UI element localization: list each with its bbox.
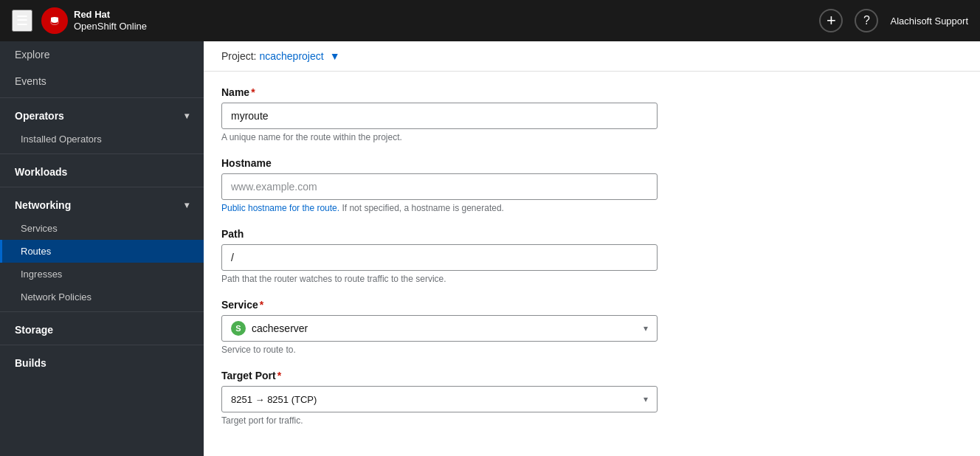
sidebar: Explore Events Operators ▾ Installed Ope… xyxy=(0,41,204,456)
service-value: cacheserver xyxy=(252,322,308,334)
name-hint: A unique name for the route within the p… xyxy=(221,132,962,142)
service-label: Service* xyxy=(221,299,962,311)
target-port-hint: Target port for traffic. xyxy=(221,415,962,426)
sidebar-item-routes[interactable]: Routes xyxy=(0,240,204,263)
target-port-value: 8251 → 8251 (TCP) xyxy=(231,394,317,405)
hamburger-menu-button[interactable]: ☰ xyxy=(12,10,32,32)
sidebar-item-network-policies[interactable]: Network Policies xyxy=(0,286,204,308)
sidebar-section-storage[interactable]: Storage xyxy=(0,315,204,342)
name-label: Name* xyxy=(221,86,962,98)
name-input[interactable] xyxy=(221,103,658,129)
service-dropdown-left: S cacheserver xyxy=(231,321,308,336)
form-area: Name* A unique name for the route within… xyxy=(204,72,980,455)
path-hint: Path that the router watches to route tr… xyxy=(221,274,962,284)
project-dropdown-button[interactable]: ▼ xyxy=(327,50,343,62)
sidebar-item-explore[interactable]: Explore xyxy=(0,41,204,68)
path-input[interactable] xyxy=(221,244,658,271)
brand-top: Red Hat xyxy=(74,9,147,21)
hostname-input[interactable] xyxy=(221,173,658,200)
sidebar-item-ingresses[interactable]: Ingresses xyxy=(0,263,204,286)
name-field-group: Name* A unique name for the route within… xyxy=(221,86,962,142)
sidebar-section-networking[interactable]: Networking ▾ xyxy=(0,190,204,217)
service-dropdown[interactable]: S cacheserver ▾ xyxy=(221,315,658,342)
sidebar-divider-2 xyxy=(0,153,204,154)
redhat-icon xyxy=(41,7,68,34)
add-button[interactable]: + xyxy=(819,9,843,32)
operators-chevron-icon: ▾ xyxy=(184,111,189,121)
topnav: ☰ Red Hat OpenShift Online + ? Alachisof… xyxy=(0,0,980,41)
sidebar-item-installed-operators[interactable]: Installed Operators xyxy=(0,128,204,151)
project-bar: Project: ncacheproject ▼ xyxy=(204,41,980,72)
target-port-field-group: Target Port* 8251 → 8251 (TCP) ▾ Target … xyxy=(221,370,962,426)
main-layout: Explore Events Operators ▾ Installed Ope… xyxy=(0,41,980,456)
hostname-label: Hostname xyxy=(221,157,962,169)
sidebar-item-events[interactable]: Events xyxy=(0,68,204,94)
hostname-hint: Public hostname for the route. If not sp… xyxy=(221,203,962,213)
service-dropdown-arrow-icon: ▾ xyxy=(643,323,648,334)
hostname-field-group: Hostname Public hostname for the route. … xyxy=(221,157,962,213)
service-badge: S xyxy=(231,321,246,336)
target-port-dropdown[interactable]: 8251 → 8251 (TCP) ▾ xyxy=(221,386,658,412)
hostname-hint-blue: Public hostname for the route. xyxy=(221,203,339,213)
service-hint: Service to route to. xyxy=(221,345,962,355)
service-field-group: Service* S cacheserver ▾ Service to rout… xyxy=(221,299,962,355)
brand-logo: Red Hat OpenShift Online xyxy=(41,7,147,34)
sidebar-divider-4 xyxy=(0,311,204,312)
sidebar-section-operators[interactable]: Operators ▾ xyxy=(0,101,204,128)
target-port-label: Target Port* xyxy=(221,370,962,381)
hostname-hint-rest: If not specified, a hostname is generate… xyxy=(339,203,504,213)
sidebar-divider-1 xyxy=(0,97,204,98)
sidebar-section-workloads[interactable]: Workloads xyxy=(0,157,204,184)
topnav-actions: + ? Alachisoft Support xyxy=(819,9,968,32)
target-port-dropdown-arrow-icon: ▾ xyxy=(643,394,648,404)
main-content: Project: ncacheproject ▼ Name* A unique … xyxy=(204,41,980,456)
sidebar-section-builds[interactable]: Builds xyxy=(0,348,204,375)
project-name[interactable]: ncacheproject xyxy=(259,50,323,62)
path-label: Path xyxy=(221,228,962,240)
path-field-group: Path Path that the router watches to rou… xyxy=(221,228,962,284)
networking-chevron-icon: ▾ xyxy=(184,200,189,210)
brand-bottom: OpenShift Online xyxy=(74,21,147,32)
user-menu[interactable]: Alachisoft Support xyxy=(890,15,968,27)
help-button[interactable]: ? xyxy=(855,9,878,32)
project-prefix: Project: xyxy=(221,50,256,62)
sidebar-divider-3 xyxy=(0,187,204,187)
sidebar-item-services[interactable]: Services xyxy=(0,217,204,240)
sidebar-divider-5 xyxy=(0,345,204,345)
brand-name: Red Hat OpenShift Online xyxy=(74,9,147,32)
